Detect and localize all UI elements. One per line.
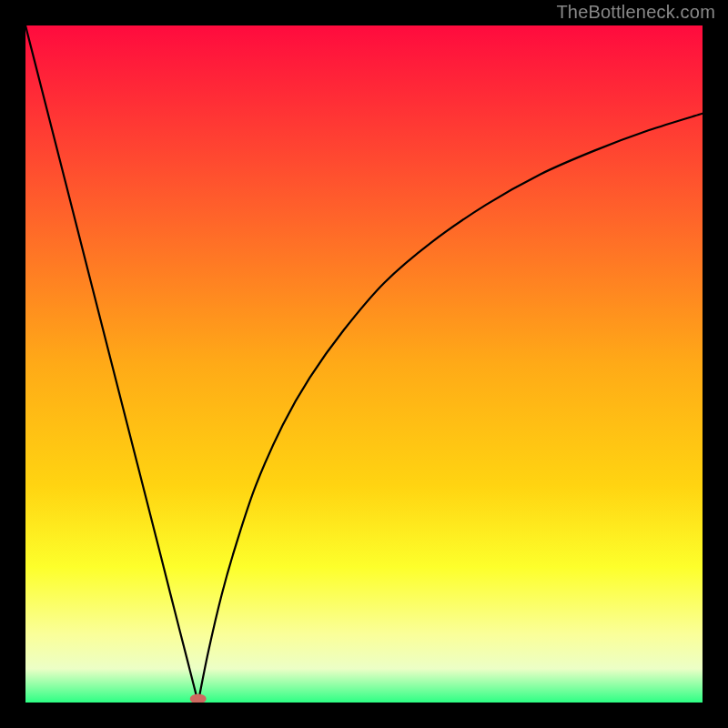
chart-svg bbox=[25, 25, 703, 703]
chart-frame: TheBottleneck.com bbox=[0, 0, 728, 728]
watermark-text: TheBottleneck.com bbox=[556, 2, 715, 23]
plot-area bbox=[25, 25, 703, 703]
gradient-background bbox=[25, 25, 703, 703]
